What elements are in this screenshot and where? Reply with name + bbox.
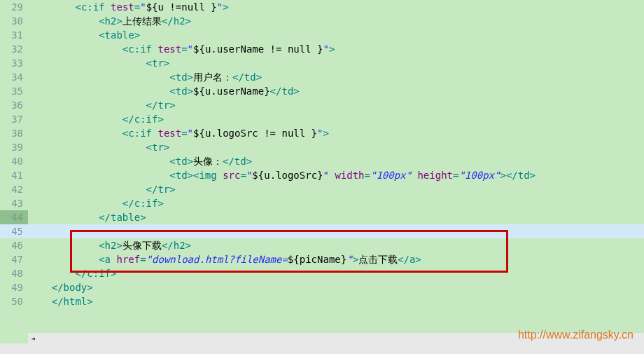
code-content[interactable]: <tr>: [28, 140, 644, 154]
code-content[interactable]: </html>: [28, 294, 644, 308]
watermark-text: http://www.zifangsky.cn: [518, 329, 634, 341]
code-content[interactable]: <td>用户名：</td>: [28, 70, 644, 84]
line-number: 35: [0, 84, 28, 98]
line-number: 39: [0, 140, 28, 154]
code-line[interactable]: 39 <tr>: [0, 140, 644, 154]
code-content[interactable]: <c:if test="${u.logoSrc != null }">: [28, 126, 644, 140]
code-content[interactable]: <c:if test="${u !=null }">: [28, 0, 644, 14]
code-line[interactable]: 50 </html>: [0, 294, 644, 308]
code-line[interactable]: 46 <h2>头像下载</h2>: [0, 238, 644, 252]
code-content[interactable]: <td><img src="${u.logoSrc}" width="100px…: [28, 168, 644, 182]
code-line[interactable]: 35 <td>${u.userName}</td>: [0, 84, 644, 98]
line-number: 44: [0, 210, 28, 224]
code-line[interactable]: 41 <td><img src="${u.logoSrc}" width="10…: [0, 168, 644, 182]
code-content[interactable]: <h2>上传结果</h2>: [28, 14, 644, 28]
code-line[interactable]: 33 <tr>: [0, 56, 644, 70]
line-number: 46: [0, 238, 28, 252]
code-line[interactable]: 29 <c:if test="${u !=null }">: [0, 0, 644, 14]
code-line[interactable]: 45: [0, 224, 644, 238]
line-number: 36: [0, 98, 28, 112]
line-number: 50: [0, 294, 28, 308]
code-line[interactable]: 38 <c:if test="${u.logoSrc != null }">: [0, 126, 644, 140]
code-content[interactable]: </c:if>: [28, 112, 644, 126]
code-content[interactable]: <table>: [28, 28, 644, 42]
line-number: 48: [0, 266, 28, 280]
code-line[interactable]: 34 <td>用户名：</td>: [0, 70, 644, 84]
line-number: 43: [0, 196, 28, 210]
code-line[interactable]: 37 </c:if>: [0, 112, 644, 126]
line-number: 37: [0, 112, 28, 126]
code-line[interactable]: 47 <a href="download.html?fileName=${pic…: [0, 252, 644, 266]
line-number: 30: [0, 14, 28, 28]
code-content[interactable]: <td>${u.userName}</td>: [28, 84, 644, 98]
code-content[interactable]: </tr>: [28, 182, 644, 196]
lines-container: 29 <c:if test="${u !=null }">30 <h2>上传结果…: [0, 0, 644, 308]
code-line[interactable]: 43 </c:if>: [0, 196, 644, 210]
code-editor[interactable]: 29 <c:if test="${u !=null }">30 <h2>上传结果…: [0, 0, 644, 343]
code-content[interactable]: </table>: [28, 210, 644, 224]
line-number: 42: [0, 182, 28, 196]
code-line[interactable]: 31 <table>: [0, 28, 644, 42]
code-content[interactable]: <c:if test="${u.userName != null }">: [28, 42, 644, 56]
line-number: 40: [0, 154, 28, 168]
line-number: 45: [0, 224, 28, 238]
code-content[interactable]: </body>: [28, 280, 644, 294]
code-line[interactable]: 44 </table>: [0, 210, 644, 224]
code-line[interactable]: 42 </tr>: [0, 182, 644, 196]
code-line[interactable]: 48 </c:if>: [0, 266, 644, 280]
code-content[interactable]: </c:if>: [28, 266, 644, 280]
line-number: 29: [0, 0, 28, 14]
code-line[interactable]: 32 <c:if test="${u.userName != null }">: [0, 42, 644, 56]
line-number: 31: [0, 28, 28, 42]
scroll-left-icon[interactable]: ◄: [28, 334, 38, 343]
line-number: 41: [0, 168, 28, 182]
line-number: 32: [0, 42, 28, 56]
code-content[interactable]: <tr>: [28, 56, 644, 70]
line-number: 47: [0, 252, 28, 266]
code-content[interactable]: <a href="download.html?fileName=${picNam…: [28, 252, 644, 266]
code-line[interactable]: 30 <h2>上传结果</h2>: [0, 14, 644, 28]
code-line[interactable]: 49 </body>: [0, 280, 644, 294]
code-content[interactable]: </tr>: [28, 98, 644, 112]
line-number: 33: [0, 56, 28, 70]
code-content[interactable]: [28, 224, 644, 238]
line-number: 49: [0, 280, 28, 294]
line-number: 38: [0, 126, 28, 140]
code-content[interactable]: <h2>头像下载</h2>: [28, 238, 644, 252]
code-line[interactable]: 40 <td>头像：</td>: [0, 154, 644, 168]
line-number: 34: [0, 70, 28, 84]
code-content[interactable]: </c:if>: [28, 196, 644, 210]
code-content[interactable]: <td>头像：</td>: [28, 154, 644, 168]
code-line[interactable]: 36 </tr>: [0, 98, 644, 112]
